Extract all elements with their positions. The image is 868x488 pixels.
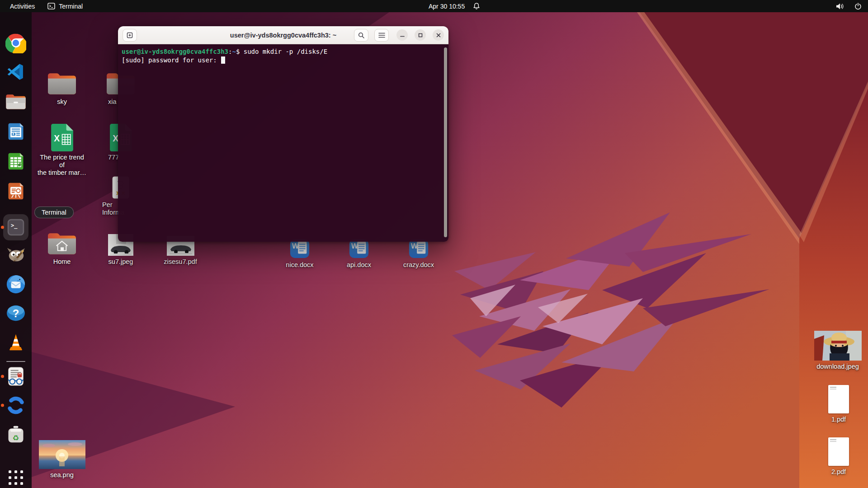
clock-menu[interactable]: Apr 30 10:55 — [429, 0, 480, 12]
icon-label: xia — [96, 98, 117, 106]
libreoffice-impress-icon — [6, 181, 26, 201]
window-titlebar[interactable]: user@iv-yds8okrgg0cva4ffc3h3: ~ — [118, 26, 448, 44]
image-thumbnail-anime — [814, 331, 862, 361]
clock-label: Apr 30 10:55 — [429, 3, 465, 10]
dock-item-show-applications[interactable] — [5, 467, 27, 488]
volume-icon[interactable] — [836, 3, 844, 10]
dock-item-circular-arrows-app[interactable] — [5, 394, 27, 416]
minimize-button[interactable] — [396, 29, 408, 41]
running-indicator-dot — [1, 404, 4, 407]
dock-item-document-viewer[interactable] — [5, 366, 27, 387]
dock-item-vscode[interactable] — [5, 61, 27, 83]
search-button[interactable] — [354, 29, 368, 42]
desktop-icon-folder-sky[interactable]: sky — [37, 71, 87, 106]
hamburger-menu-icon — [378, 33, 385, 38]
svg-text:W: W — [411, 242, 418, 250]
icon-label: 2.pdf — [831, 468, 846, 476]
icon-label: The price trend of the timber mar… — [37, 154, 87, 177]
dock-item-files[interactable] — [5, 91, 27, 113]
pdf-page-icon — [828, 385, 849, 413]
desktop-icon-xlsx-price-trend[interactable]: X The price trend of the timber mar… — [37, 123, 87, 177]
activities-button[interactable]: Activities — [10, 0, 35, 12]
sudo-password-prompt: [sudo] password for user: — [122, 56, 217, 64]
desktop-icon-1-pdf[interactable]: 1.pdf — [814, 385, 863, 423]
svg-text:X: X — [54, 134, 60, 143]
icon-label: sea.png — [50, 471, 74, 479]
gimp-icon — [5, 244, 26, 264]
prompt-dollar: $ — [236, 48, 240, 55]
terminal-content[interactable]: user@iv-yds8okrgg0cva4ffc3h3:~$sudo mkdi… — [118, 44, 448, 242]
dock-item-vlc[interactable] — [5, 331, 27, 353]
desktop-icon-home[interactable]: Home — [37, 231, 87, 266]
dock-item-libreoffice-impress[interactable] — [5, 180, 27, 202]
svg-text:W: W — [351, 242, 359, 250]
close-icon — [436, 33, 441, 38]
new-tab-button[interactable] — [123, 29, 137, 42]
typed-command: sudo mkdir -p /disks/E — [244, 48, 327, 55]
maximize-icon — [418, 33, 423, 38]
maximize-button[interactable] — [415, 29, 426, 41]
top-bar: Activities Terminal Apr 30 10:55 — [0, 0, 868, 12]
terminal-scrollbar[interactable] — [444, 47, 447, 237]
icon-label: zisesu7.pdf — [164, 258, 197, 266]
prompt-user: user@iv-yds8okrgg0cva4ffc3h3 — [122, 48, 228, 55]
desktop-icon-crazy-docx[interactable]: W crazy.docx — [394, 238, 443, 269]
prompt-path: ~ — [232, 48, 236, 55]
svg-text:?: ? — [13, 307, 19, 319]
close-button[interactable] — [433, 29, 444, 41]
dock-item-chrome[interactable] — [5, 32, 27, 54]
icon-label: 1.pdf — [831, 416, 846, 423]
running-indicator-dot — [1, 375, 4, 378]
dock-item-libreoffice-calc[interactable] — [5, 150, 27, 172]
power-icon[interactable] — [854, 3, 862, 10]
terminal-prompt-line: user@iv-yds8okrgg0cva4ffc3h3:~$sudo mkdi… — [122, 47, 442, 56]
icon-label: api.docx — [347, 261, 371, 269]
icon-label: Home — [53, 258, 71, 266]
desktop-icon-2-pdf[interactable]: 2.pdf — [814, 437, 863, 476]
activities-label: Activities — [10, 3, 35, 10]
dock-item-gimp[interactable] — [5, 244, 27, 265]
desktop-icon-nice-docx[interactable]: W nice.docx — [275, 238, 325, 269]
desktop-icon-download-jpeg[interactable]: download.jpeg — [813, 331, 863, 371]
terminal-mini-icon — [47, 3, 55, 9]
focused-app-menu[interactable]: Terminal — [47, 0, 83, 12]
dock-item-libreoffice-writer[interactable] — [5, 121, 27, 142]
libreoffice-calc-icon — [6, 151, 26, 171]
desktop-icon-sea-png[interactable]: sea.png — [37, 440, 87, 479]
new-tab-icon — [126, 32, 133, 39]
desktop-icon-api-docx[interactable]: W api.docx — [334, 238, 384, 269]
running-indicator-dot — [1, 226, 4, 229]
dock: >_ — [0, 12, 32, 488]
vlc-icon — [6, 332, 26, 352]
icon-label: 777 — [96, 154, 119, 161]
document-viewer-icon — [6, 366, 25, 386]
trash-icon: ♻ — [6, 424, 26, 444]
dock-item-trash[interactable]: ♻ — [5, 423, 27, 445]
dock-item-help[interactable]: ? — [5, 302, 27, 324]
svg-text:♻: ♻ — [13, 434, 19, 442]
thunderbird-icon — [5, 274, 26, 295]
vscode-icon — [6, 62, 26, 82]
help-icon: ? — [5, 304, 26, 322]
icon-label: crazy.docx — [403, 261, 434, 269]
menu-button[interactable] — [374, 29, 389, 42]
icon-label: su7.jpeg — [108, 258, 133, 266]
folder-icon — [47, 71, 77, 96]
image-thumbnail-sunset — [39, 440, 85, 469]
active-app-highlight — [3, 214, 28, 240]
chrome-icon — [5, 33, 26, 53]
search-icon — [358, 32, 365, 39]
dock-item-thunderbird[interactable] — [5, 273, 27, 295]
terminal-cursor — [221, 56, 225, 64]
app-grid-icon — [8, 469, 24, 486]
dock-item-terminal-active[interactable]: >_ — [5, 216, 27, 238]
icon-label: nice.docx — [286, 261, 313, 269]
files-icon — [5, 93, 26, 111]
terminal-output-line: [sudo] password for user: — [122, 56, 442, 65]
svg-text:X: X — [113, 134, 118, 143]
dock-tooltip: Terminal — [34, 206, 74, 218]
desktop: sky xia X The price trend of the timber … — [0, 0, 868, 488]
pdf-page-icon — [828, 437, 849, 466]
icon-label: download.jpeg — [816, 363, 859, 371]
svg-text:W: W — [292, 242, 299, 250]
